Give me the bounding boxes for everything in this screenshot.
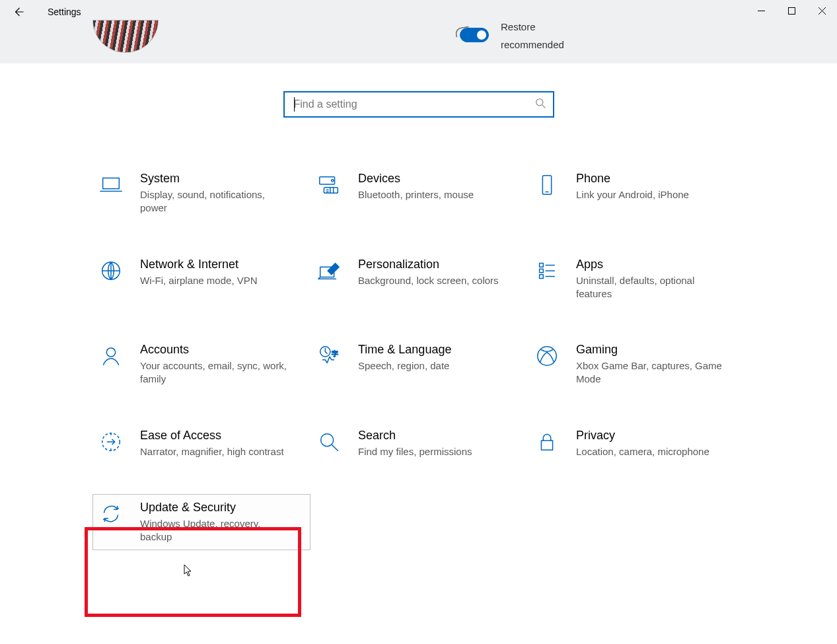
devices-icon — [316, 172, 342, 198]
lock-icon — [534, 429, 560, 455]
search-box[interactable] — [283, 91, 554, 118]
search-icon — [535, 98, 546, 112]
category-title: Ease of Access — [140, 429, 284, 443]
category-texts: Apps Uninstall, defaults, optional featu… — [576, 258, 728, 301]
svg-rect-3 — [320, 177, 335, 184]
categories-grid: System Display, sound, notifications, po… — [92, 165, 753, 550]
svg-point-1 — [536, 98, 542, 105]
category-desc: Windows Update, recovery, backup — [140, 517, 292, 544]
category-title: Search — [358, 429, 472, 443]
category-network[interactable]: Network & Internet Wi-Fi, airplane mode,… — [92, 251, 310, 308]
laptop-icon — [98, 172, 124, 198]
restore-line1: Restore — [501, 20, 564, 34]
restore-line2: recommended — [501, 38, 564, 52]
category-desc: Display, sound, notifications, power — [140, 188, 292, 215]
category-accounts[interactable]: Accounts Your accounts, email, sync, wor… — [92, 336, 310, 393]
cursor-icon — [184, 564, 193, 577]
category-desc: Narrator, magnifier, high contrast — [140, 445, 284, 458]
pen-icon — [316, 258, 342, 284]
category-texts: Search Find my files, permissions — [358, 429, 472, 458]
category-title: Privacy — [576, 429, 710, 443]
category-texts: Phone Link your Android, iPhone — [576, 172, 689, 201]
category-update[interactable]: Update & Security Windows Update, recove… — [92, 494, 310, 551]
category-texts: Devices Bluetooth, printers, mouse — [358, 172, 474, 201]
category-texts: Ease of Access Narrator, magnifier, high… — [140, 429, 284, 458]
category-ease[interactable]: Ease of Access Narrator, magnifier, high… — [92, 422, 310, 465]
category-texts: Personalization Background, lock screen,… — [358, 258, 499, 287]
svg-rect-10 — [540, 269, 544, 273]
apps-icon — [534, 258, 560, 284]
sync-icon — [98, 501, 124, 527]
category-desc: Location, camera, microphone — [576, 445, 710, 458]
phone-icon — [534, 172, 560, 198]
search-input[interactable] — [294, 98, 535, 110]
maximize-button[interactable] — [776, 0, 807, 21]
category-desc: Background, lock screen, colors — [358, 274, 499, 287]
category-desc: Uninstall, defaults, optional features — [576, 274, 728, 301]
avatar[interactable] — [92, 20, 159, 53]
restore-toggle-group: Restore recommended — [460, 24, 564, 52]
category-desc: Xbox Game Bar, captures, Game Mode — [576, 359, 728, 386]
category-title: Time & Language — [358, 343, 451, 357]
header-content: Restore recommended — [0, 24, 837, 63]
back-button[interactable] — [0, 0, 37, 24]
svg-rect-18 — [541, 441, 552, 450]
arrow-left-icon — [13, 6, 24, 18]
category-title: Personalization — [358, 258, 499, 271]
category-texts: System Display, sound, notifications, po… — [140, 172, 292, 215]
category-devices[interactable]: Devices Bluetooth, printers, mouse — [310, 165, 528, 222]
svg-rect-5 — [324, 188, 338, 194]
header-area: Settings Restore recommended — [0, 0, 837, 63]
category-title: Devices — [358, 172, 474, 186]
svg-text:字: 字 — [332, 350, 338, 357]
category-privacy[interactable]: Privacy Location, camera, microphone — [528, 422, 746, 465]
category-desc: Wi-Fi, airplane mode, VPN — [140, 274, 258, 287]
xbox-icon — [534, 343, 560, 369]
search-region — [283, 91, 554, 118]
category-title: Apps — [576, 258, 728, 271]
globe-icon — [98, 258, 124, 284]
minimize-button[interactable] — [746, 0, 776, 21]
category-search[interactable]: Search Find my files, permissions — [310, 422, 528, 465]
svg-rect-11 — [540, 274, 544, 278]
category-apps[interactable]: Apps Uninstall, defaults, optional featu… — [528, 251, 746, 308]
category-desc: Find my files, permissions — [358, 445, 472, 458]
category-texts: Network & Internet Wi-Fi, airplane mode,… — [140, 258, 258, 287]
category-time[interactable]: 字 Time & Language Speech, region, date — [310, 336, 528, 393]
category-phone[interactable]: Phone Link your Android, iPhone — [528, 165, 746, 222]
category-title: Update & Security — [140, 501, 292, 515]
category-texts: Time & Language Speech, region, date — [358, 343, 451, 373]
svg-rect-9 — [540, 263, 544, 267]
category-title: System — [140, 172, 292, 186]
category-texts: Privacy Location, camera, microphone — [576, 429, 710, 458]
svg-point-17 — [321, 433, 334, 446]
category-title: Network & Internet — [140, 258, 258, 271]
restore-toggle[interactable] — [460, 28, 489, 42]
svg-point-4 — [332, 180, 334, 182]
window-controls — [746, 0, 837, 21]
category-gaming[interactable]: Gaming Xbox Game Bar, captures, Game Mod… — [528, 336, 746, 393]
close-button[interactable] — [807, 0, 837, 21]
category-desc: Your accounts, email, sync, work, family — [140, 359, 292, 386]
category-desc: Link your Android, iPhone — [576, 188, 689, 201]
category-texts: Gaming Xbox Game Bar, captures, Game Mod… — [576, 343, 728, 386]
search-icon — [316, 429, 342, 455]
category-desc: Speech, region, date — [358, 359, 451, 373]
category-texts: Accounts Your accounts, email, sync, wor… — [140, 343, 292, 386]
ease-icon — [98, 429, 124, 455]
time-icon: 字 — [316, 343, 342, 369]
category-desc: Bluetooth, printers, mouse — [358, 188, 474, 201]
restore-label: Restore recommended — [501, 24, 564, 52]
svg-rect-2 — [103, 178, 120, 189]
window-title: Settings — [37, 7, 81, 17]
svg-point-12 — [106, 348, 115, 357]
category-title: Phone — [576, 172, 689, 186]
category-title: Accounts — [140, 343, 292, 357]
category-system[interactable]: System Display, sound, notifications, po… — [92, 165, 310, 222]
person-icon — [98, 343, 124, 369]
svg-rect-0 — [788, 7, 795, 14]
category-personalization[interactable]: Personalization Background, lock screen,… — [310, 251, 528, 308]
category-texts: Update & Security Windows Update, recove… — [140, 501, 292, 544]
category-title: Gaming — [576, 343, 728, 357]
